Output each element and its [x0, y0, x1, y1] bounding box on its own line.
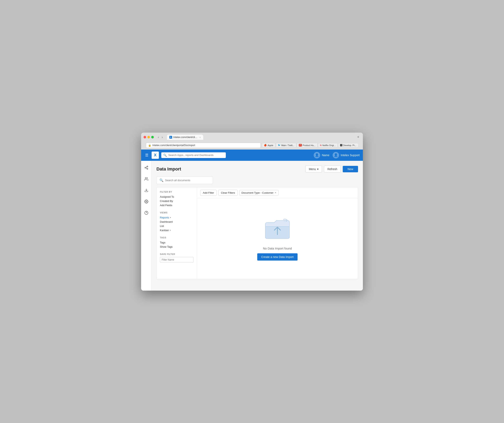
url-text: Intelex.com/client/clientportal/Docimpor… [152, 144, 195, 147]
filter-created-by[interactable]: Created By [160, 199, 193, 203]
refresh-label: Refresh [327, 167, 337, 171]
hamburger-button[interactable]: ☰ [144, 152, 149, 158]
page-header: Data Import Menu ▾ Refresh New [156, 166, 358, 173]
browser-tabs: X Intelex.com/client/clientportal/Docimp… [167, 135, 354, 140]
develop-favicon: 🅰 [340, 144, 342, 147]
browser-tab-netflix[interactable]: N Netflix Origi... [318, 143, 337, 147]
header-actions: Menu ▾ Refresh New [306, 166, 358, 173]
svg-line-3 [146, 168, 147, 168]
view-list[interactable]: List [160, 224, 193, 228]
filter-assigned-to[interactable]: Assigned To [160, 195, 193, 199]
help-icon [144, 211, 148, 215]
refresh-button[interactable]: Refresh [324, 166, 341, 173]
page-title: Data Import [156, 167, 306, 172]
filter-bar: Add Filter Clear Filters Document Type -… [197, 187, 358, 198]
save-filter-label: SAVE FILTER [160, 253, 193, 255]
active-filter-tag: Document Type - Customer × [239, 190, 279, 196]
views-label: VIEWS [160, 211, 193, 214]
create-data-import-button[interactable]: Create a new Data Import [257, 253, 298, 261]
svg-point-1 [145, 167, 146, 168]
apple-favicon: 🍎 [264, 144, 267, 147]
filter-add-fields[interactable]: Add Fields [160, 203, 193, 207]
main-panel: Add Filter Clear Filters Document Type -… [197, 187, 358, 279]
header-search-icon: 🔍 [163, 154, 167, 157]
forward-button[interactable]: › [161, 135, 163, 139]
share-icon-button[interactable] [143, 164, 150, 171]
tags-label: TAGS [160, 236, 193, 239]
user-info-name: 👤 Name [314, 152, 329, 158]
tab-label-active: Intelex.com/client/clientportal/Docimpor… [173, 136, 198, 139]
tab-favicon-active: X [169, 136, 172, 139]
browser-tab-twitter[interactable]: 🐦 Main / Twitt... [276, 143, 296, 147]
traffic-lights [144, 136, 154, 138]
header-search-input[interactable] [168, 154, 224, 157]
new-button[interactable]: New [343, 166, 358, 172]
tab-close-active[interactable]: × [199, 136, 201, 138]
netflix-tab-label: Netflix Origi... [322, 144, 336, 147]
settings-icon [144, 200, 148, 203]
svg-point-2 [147, 168, 148, 169]
app-search-bar: 🔍 [161, 152, 226, 158]
logo-text: X [154, 153, 156, 157]
settings-icon-button[interactable] [143, 198, 150, 205]
menu-button[interactable]: Menu ▾ [306, 166, 322, 173]
maximize-traffic-light[interactable] [151, 136, 154, 138]
empty-state-message: No Data Import found [263, 247, 292, 250]
user-avatar-name: 👤 [314, 152, 320, 158]
filter-tag-close-icon[interactable]: × [275, 191, 276, 194]
help-icon-button[interactable] [143, 209, 150, 216]
apple-tab-label: Apple [268, 144, 273, 147]
download-icon-button[interactable] [143, 187, 150, 194]
tags-section: TAGS Tags Show Tags [160, 236, 193, 249]
twitter-tab-label: Main / Twitt... [282, 144, 294, 147]
people-icon [144, 177, 148, 181]
browser-titlebar: ‹ › X Intelex.com/client/clientportal/Do… [144, 135, 360, 140]
content-wrapper: FILTER BY Assigned To Created By Add Fie… [156, 187, 358, 279]
browser-tab-develop[interactable]: 🅰 Develop. Pr... [338, 143, 358, 147]
netflix-favicon: N [320, 144, 322, 147]
new-tab-button[interactable]: + [356, 135, 360, 139]
close-traffic-light[interactable] [144, 136, 146, 138]
browser-tab-product[interactable]: P Product Hu... [297, 143, 317, 147]
filter-tag-label: Document Type - Customer [241, 191, 274, 194]
doc-search-icon: 🔍 [159, 178, 163, 182]
save-filter-section: SAVE FILTER [160, 253, 193, 262]
views-section: VIEWS Reports ▾ Dashboard List Kanban ▾ [160, 211, 193, 232]
view-kanban[interactable]: Kanban ▾ [160, 228, 193, 232]
minimize-traffic-light[interactable] [147, 136, 150, 138]
download-icon [144, 188, 148, 192]
reports-label: Reports [160, 216, 169, 219]
show-tags-item[interactable]: Show Tags [160, 245, 193, 249]
empty-state-icon [263, 216, 292, 243]
menu-label: Menu [309, 167, 316, 171]
svg-point-5 [145, 177, 147, 179]
kanban-chevron-icon: ▾ [170, 229, 171, 231]
document-search-input[interactable] [165, 179, 210, 182]
view-dashboard[interactable]: Dashboard [160, 220, 193, 224]
browser-tab-apple[interactable]: 🍎 Apple [262, 143, 275, 147]
user-section: 👤 Name 👤 Intelex Support [314, 152, 360, 158]
browser-nav: ‹ › [157, 135, 164, 139]
filter-by-section: FILTER BY Assigned To Created By Add Fie… [160, 191, 193, 207]
twitter-favicon: 🐦 [278, 144, 281, 147]
browser-extra-tabs: 🍎 Apple 🐦 Main / Twitt... P Product Hu..… [262, 143, 358, 147]
support-name-label: Intelex Support [341, 154, 360, 157]
back-button[interactable]: ‹ [157, 135, 160, 139]
add-filter-button[interactable]: Add Filter [200, 190, 217, 196]
lock-icon: 🔒 [148, 144, 151, 147]
svg-point-7 [146, 201, 147, 202]
document-search: 🔍 [156, 177, 213, 184]
view-reports[interactable]: Reports ▾ [160, 215, 193, 220]
people-icon-button[interactable] [143, 175, 150, 183]
user-name-label: Name [322, 154, 329, 157]
menu-chevron-icon: ▾ [317, 167, 318, 171]
app-logo: X [152, 152, 159, 159]
filter-name-input[interactable] [160, 257, 193, 262]
filter-sidebar: FILTER BY Assigned To Created By Add Fie… [157, 187, 197, 279]
share-icon [144, 166, 148, 170]
tags-item[interactable]: Tags [160, 240, 193, 245]
active-tab[interactable]: X Intelex.com/client/clientportal/Docimp… [167, 135, 203, 140]
svg-line-4 [146, 167, 147, 167]
address-bar[interactable]: 🔒 Intelex.com/client/clientportal/Docimp… [146, 143, 261, 148]
clear-filters-button[interactable]: Clear Filters [218, 190, 238, 196]
